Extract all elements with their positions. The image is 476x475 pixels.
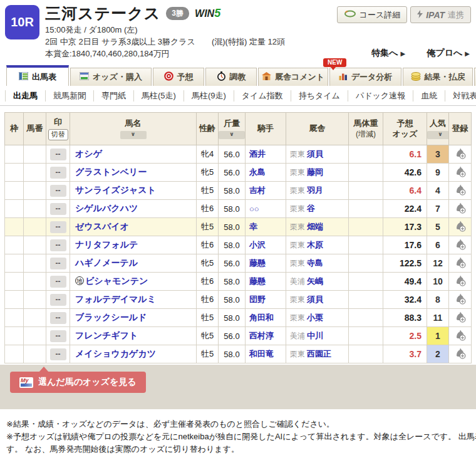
mark-button[interactable]: -- bbox=[50, 239, 66, 251]
jockey-cell: 幸 bbox=[246, 218, 286, 236]
mark-button[interactable]: -- bbox=[50, 221, 66, 233]
mark-button[interactable]: -- bbox=[50, 348, 66, 360]
horse-name-link[interactable]: グラストンベリー bbox=[75, 167, 147, 177]
page-title: 三河ステークス bbox=[45, 3, 160, 24]
jockey-link[interactable]: ○○ bbox=[249, 204, 259, 214]
jockey-link[interactable]: 団野 bbox=[249, 295, 266, 304]
col-header-name: 馬名 ∨ bbox=[70, 113, 197, 145]
horse-name-link[interactable]: フォルテデイマルミ bbox=[75, 294, 156, 304]
horse-name-link[interactable]: シゲルバクハツ bbox=[75, 203, 138, 213]
mark-button[interactable]: -- bbox=[50, 203, 66, 215]
jockey-link[interactable]: 永島 bbox=[249, 167, 266, 177]
subtab-item[interactable]: 馬柱(9走) bbox=[184, 90, 234, 102]
mark-toggle-button[interactable]: 切替 bbox=[48, 129, 68, 140]
ipat-link-button[interactable]: IPAT 連携 bbox=[410, 6, 471, 23]
mark-button[interactable]: -- bbox=[50, 149, 66, 160]
jockey-link[interactable]: 和田竜 bbox=[249, 349, 274, 358]
horse-register-icon[interactable] bbox=[454, 293, 467, 307]
mark-button[interactable]: -- bbox=[50, 258, 66, 269]
race-conditions: 2回 中京 2日目 サラ系3歳以上 3勝クラス (混)(特指) 定量 12頭 bbox=[45, 36, 476, 48]
mark-cell: -- bbox=[46, 345, 70, 363]
selected-horses-odds-button[interactable]: My 選んだ馬のオッズを見る bbox=[10, 372, 146, 393]
horse-name-cell: ブラックシールド bbox=[70, 309, 197, 327]
horse-name-link[interactable]: オシゲ bbox=[75, 149, 102, 159]
tab-entry-table[interactable]: 出馬表 bbox=[6, 65, 69, 86]
sexage-cell: 牝4 bbox=[197, 145, 219, 164]
horse-register-icon[interactable] bbox=[454, 329, 467, 343]
subtab-item[interactable]: 専門紙 bbox=[93, 90, 133, 102]
horse-register-icon[interactable] bbox=[454, 256, 467, 271]
jockey-link[interactable]: 小沢 bbox=[249, 240, 266, 249]
tab-odds-purchase[interactable]: オッズ・購入 bbox=[70, 68, 152, 86]
mark-button[interactable]: -- bbox=[50, 167, 66, 179]
horse-name-link[interactable]: 地ビシャモンテン bbox=[75, 276, 148, 286]
trainer-link[interactable]: 木原 bbox=[307, 240, 323, 249]
horse-weight-cell bbox=[349, 273, 383, 291]
jockey-link[interactable]: 西村淳 bbox=[249, 331, 274, 340]
horse-register-icon[interactable] bbox=[454, 238, 467, 253]
tab-prediction[interactable]: 予想 bbox=[153, 68, 204, 86]
jockey-link[interactable]: 藤懸 bbox=[249, 258, 266, 268]
horse-register-icon[interactable] bbox=[454, 147, 467, 162]
trainer-link[interactable]: 須貝 bbox=[307, 149, 323, 159]
horse-register-icon[interactable] bbox=[454, 202, 467, 216]
stable-cell: 栗東羽月 bbox=[286, 182, 349, 200]
tab-training[interactable]: 調教 bbox=[205, 68, 257, 86]
subtab-item[interactable]: 出走馬 bbox=[5, 90, 45, 102]
sexage-cell: 牡5 bbox=[197, 345, 219, 363]
sort-weight-button[interactable]: ∨ bbox=[219, 131, 245, 139]
jockey-link[interactable]: 吉村 bbox=[249, 185, 266, 195]
mark-cell: -- bbox=[46, 218, 70, 236]
course-detail-button[interactable]: コース詳細 bbox=[337, 6, 408, 23]
jockey-link[interactable]: 角田和 bbox=[249, 313, 274, 322]
trainer-link[interactable]: 藤岡 bbox=[307, 167, 323, 177]
subtab-item[interactable]: 対戦表 bbox=[445, 90, 476, 102]
subtab-item[interactable]: タイム指数 bbox=[234, 90, 291, 102]
horse-name-link[interactable]: ハギノメーテル bbox=[75, 258, 138, 268]
mark-button[interactable]: -- bbox=[50, 294, 66, 306]
tab-results-payouts[interactable]: 結果・払戻 bbox=[403, 68, 473, 86]
trainer-link[interactable]: 寺島 bbox=[307, 258, 323, 268]
subtab-item[interactable]: 血統 bbox=[413, 90, 445, 102]
trainer-link[interactable]: 小栗 bbox=[307, 313, 323, 322]
entry-row: -- ハギノメーテル 牝5 56.0 藤懸 栗東寺島 122.5 12 bbox=[5, 254, 472, 273]
weight-cell: 58.0 bbox=[219, 200, 246, 218]
horse-register-icon[interactable] bbox=[454, 220, 467, 234]
arrow-right-icon: ▶ bbox=[401, 50, 406, 57]
subtab-item[interactable]: パドック速報 bbox=[348, 90, 413, 102]
subtab-item[interactable]: 馬柱(5走) bbox=[133, 90, 184, 102]
horse-register-icon[interactable] bbox=[454, 274, 467, 289]
sort-name-button[interactable]: ∨ bbox=[120, 131, 147, 139]
jockey-link[interactable]: 藤懸 bbox=[249, 276, 266, 286]
horse-register-icon[interactable] bbox=[454, 347, 467, 362]
trainer-link[interactable]: 須貝 bbox=[307, 295, 323, 304]
tab-data-analysis[interactable]: データ分析 bbox=[329, 68, 401, 86]
subtab-item[interactable]: 競馬新聞 bbox=[45, 90, 93, 102]
subtab-item[interactable]: 持ちタイム bbox=[291, 90, 348, 102]
tab-stable-comments[interactable]: 厩舎コメント bbox=[258, 68, 328, 86]
horse-name-link[interactable]: ゼウスバイオ bbox=[75, 221, 129, 231]
horse-register-icon[interactable] bbox=[454, 165, 467, 180]
trainer-link[interactable]: 西園正 bbox=[307, 349, 331, 358]
trainer-link[interactable]: 矢嶋 bbox=[307, 276, 323, 286]
trainer-link[interactable]: 羽月 bbox=[307, 185, 323, 195]
trainer-link[interactable]: 谷 bbox=[307, 204, 315, 213]
mark-button[interactable]: -- bbox=[50, 185, 66, 197]
trainer-link[interactable]: 畑端 bbox=[307, 222, 323, 231]
trainer-link[interactable]: 中川 bbox=[307, 331, 323, 340]
horse-name-link[interactable]: フレンチギフト bbox=[75, 330, 138, 340]
mark-button[interactable]: -- bbox=[50, 312, 66, 324]
horse-name-link[interactable]: サンライズジャスト bbox=[75, 185, 156, 195]
orepro-link[interactable]: 俺プロへ▶ bbox=[427, 48, 470, 59]
horse-name-link[interactable]: ブラックシールド bbox=[75, 312, 147, 322]
horse-register-icon[interactable] bbox=[454, 311, 467, 325]
mark-button[interactable]: -- bbox=[50, 276, 66, 288]
feature-link[interactable]: 特集へ▶ bbox=[371, 48, 405, 59]
jockey-cell: 藤懸 bbox=[246, 273, 286, 291]
horse-name-link[interactable]: ナリタフォルテ bbox=[75, 239, 138, 249]
jockey-link[interactable]: 幸 bbox=[249, 222, 257, 231]
horse-name-link[interactable]: メイショウカゲカツ bbox=[75, 348, 156, 358]
horse-register-icon[interactable] bbox=[454, 184, 467, 198]
jockey-link[interactable]: 酒井 bbox=[249, 149, 266, 159]
mark-button[interactable]: -- bbox=[50, 330, 66, 342]
